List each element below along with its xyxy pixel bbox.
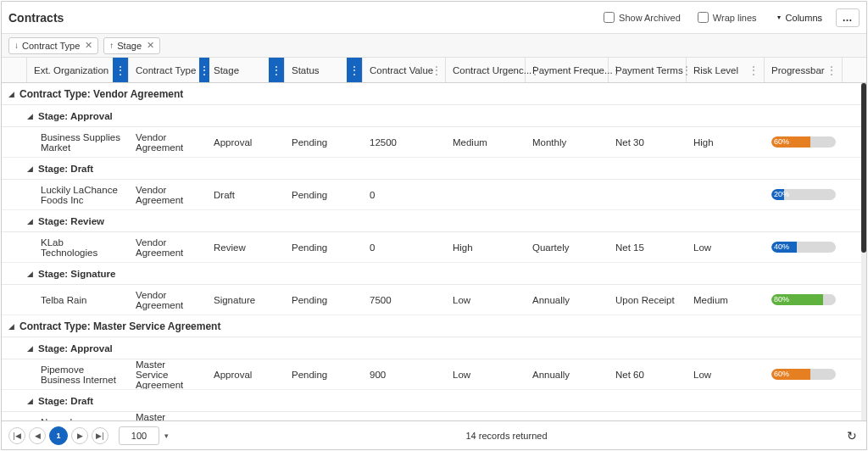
show-archived-label: Show Archived	[619, 13, 681, 23]
progress-value: 80%	[774, 294, 789, 305]
data-grid: ◢Contract Type: Vendor Agreement◢Stage: …	[2, 83, 866, 420]
cell-value: 0	[363, 232, 446, 262]
group-label: Stage: Approval	[38, 343, 113, 354]
group-row-stage[interactable]: ◢Stage: Approval	[2, 105, 866, 127]
cell-type: Vendor Agreement	[129, 232, 207, 262]
pager-current-page[interactable]: 1	[49, 426, 68, 445]
cell-org: Telba Rain	[27, 285, 129, 315]
cell-freq: Annually	[526, 359, 609, 389]
table-row[interactable]: Telba RainVendor AgreementSignaturePendi…	[2, 285, 866, 315]
pager-first-button[interactable]: |◀	[8, 427, 25, 444]
cell-risk	[687, 180, 765, 209]
cell-risk: Low	[687, 412, 765, 420]
row-expand-gutter	[2, 180, 27, 209]
cell-freq: Monthly	[526, 412, 609, 420]
col-contract-type[interactable]: Contract Type⋮	[129, 58, 207, 82]
toolbar: Contracts Show Archived Wrap lines ▾ Col…	[2, 2, 866, 34]
grip-icon[interactable]: ⋮	[113, 58, 128, 82]
cell-stage: Signature	[207, 285, 285, 315]
cell-status: Pending	[285, 232, 363, 262]
group-row-contract-type[interactable]: ◢Contract Type: Master Service Agreement	[2, 315, 866, 337]
show-archived-toggle[interactable]: Show Archived	[604, 12, 681, 23]
cell-type: Master Service Agreement	[129, 359, 207, 389]
progress-value: 20%	[774, 189, 789, 200]
show-archived-checkbox[interactable]	[604, 12, 615, 23]
cell-type: Vendor Agreement	[129, 127, 207, 157]
caret-down-icon: ◢	[27, 397, 33, 405]
caret-down-icon: ▾	[777, 14, 781, 21]
grip-icon[interactable]: ⋮	[269, 58, 284, 82]
col-progressbar[interactable]: Progressbar⋮	[765, 58, 843, 82]
wrap-lines-checkbox[interactable]	[698, 12, 709, 23]
col-contract-urgency[interactable]: Contract Urgenc...⋮	[446, 58, 526, 82]
group-chip-stage[interactable]: ↑ Stage ✕	[103, 37, 160, 54]
progress-value: 60%	[774, 136, 789, 148]
group-row-stage[interactable]: ◢Stage: Approval	[2, 337, 866, 359]
cell-status: Pending	[285, 127, 363, 157]
page-size-value[interactable]: 100	[119, 426, 159, 445]
group-row-stage[interactable]: ◢Stage: Review	[2, 210, 866, 232]
columns-label: Columns	[786, 13, 822, 23]
pager-next-button[interactable]: ▶	[71, 427, 88, 444]
scrollbar-thumb[interactable]	[861, 83, 866, 253]
more-button[interactable]: …	[836, 8, 860, 27]
col-payment-frequency[interactable]: Payment Freque...⋮	[526, 58, 609, 82]
cell-stage: Review	[207, 232, 285, 262]
progress-value: 60%	[774, 369, 789, 380]
row-expand-gutter	[2, 127, 27, 157]
progress-bar: 60%	[771, 369, 836, 380]
group-label: Contract Type: Vendor Agreement	[19, 88, 183, 100]
pager-last-button[interactable]: ▶|	[92, 427, 108, 444]
cell-terms: Net 15	[609, 232, 687, 262]
group-chip-contract-type[interactable]: ↓ Contract Type ✕	[8, 37, 98, 54]
col-risk-level[interactable]: Risk Level⋮	[687, 58, 765, 82]
grip-icon[interactable]: ⋮	[347, 58, 362, 82]
cell-risk: Low	[687, 232, 765, 262]
cell-freq	[526, 180, 609, 209]
chip-label: Stage	[117, 41, 142, 51]
cell-status: Pending	[285, 180, 363, 209]
col-stage[interactable]: Stage⋮	[207, 58, 285, 82]
group-label: Stage: Draft	[38, 164, 93, 174]
cell-status: Pending	[285, 285, 363, 315]
pager-prev-button[interactable]: ◀	[29, 427, 46, 444]
progress-bar: 20%	[771, 189, 836, 200]
table-row[interactable]: Pipemove Business InternetMaster Service…	[2, 359, 866, 390]
table-row[interactable]: Nomad MunicipalityMaster Service Agreeme…	[2, 412, 866, 420]
table-row[interactable]: Business Supplies MarketVendor Agreement…	[2, 127, 866, 158]
col-status[interactable]: Status⋮	[285, 58, 363, 82]
cell-progress: 20%	[765, 412, 843, 420]
cell-value: 0	[363, 180, 446, 209]
col-contract-value[interactable]: Contract Value⋮	[363, 58, 446, 82]
cell-value: 7500	[363, 285, 446, 315]
cell-stage: Approval	[207, 127, 285, 157]
group-row-stage[interactable]: ◢Stage: Signature	[2, 263, 866, 285]
close-icon[interactable]: ✕	[147, 40, 154, 51]
more-label: …	[843, 12, 854, 24]
group-by-chips: ↓ Contract Type ✕ ↑ Stage ✕	[2, 34, 866, 58]
grip-icon[interactable]: ⋮	[750, 58, 757, 82]
refresh-button[interactable]: ↻	[844, 428, 860, 443]
row-expand-gutter	[2, 58, 27, 82]
table-row[interactable]: KLab TechnologiesVendor AgreementReviewP…	[2, 232, 866, 263]
cell-freq: Quartely	[526, 232, 609, 262]
cell-urgency	[446, 180, 526, 209]
cell-value: 900	[363, 359, 446, 389]
group-row-contract-type[interactable]: ◢Contract Type: Vendor Agreement	[2, 83, 866, 105]
pager: |◀ ◀ 1 ▶ ▶| 100 ▾ 14 records returned ↻	[2, 420, 866, 449]
col-ext-organization[interactable]: Ext. Organization⋮	[27, 58, 129, 82]
cell-freq: Annually	[526, 285, 609, 315]
table-row[interactable]: Luckily LaChance Foods IncVendor Agreeme…	[2, 180, 866, 210]
close-icon[interactable]: ✕	[85, 40, 92, 51]
chip-label: Contract Type	[22, 41, 80, 51]
cell-org: Luckily LaChance Foods Inc	[27, 180, 129, 209]
grip-icon[interactable]: ⋮	[433, 58, 440, 82]
col-payment-terms[interactable]: Payment Terms⋮	[609, 58, 687, 82]
group-row-stage[interactable]: ◢Stage: Draft	[2, 390, 866, 412]
group-row-stage[interactable]: ◢Stage: Draft	[2, 158, 866, 180]
grip-icon[interactable]: ⋮	[828, 58, 835, 82]
columns-button[interactable]: ▾ Columns	[777, 13, 822, 23]
cell-risk: Medium	[687, 285, 765, 315]
wrap-lines-toggle[interactable]: Wrap lines	[698, 12, 757, 23]
cell-stage: Draft	[207, 412, 285, 420]
